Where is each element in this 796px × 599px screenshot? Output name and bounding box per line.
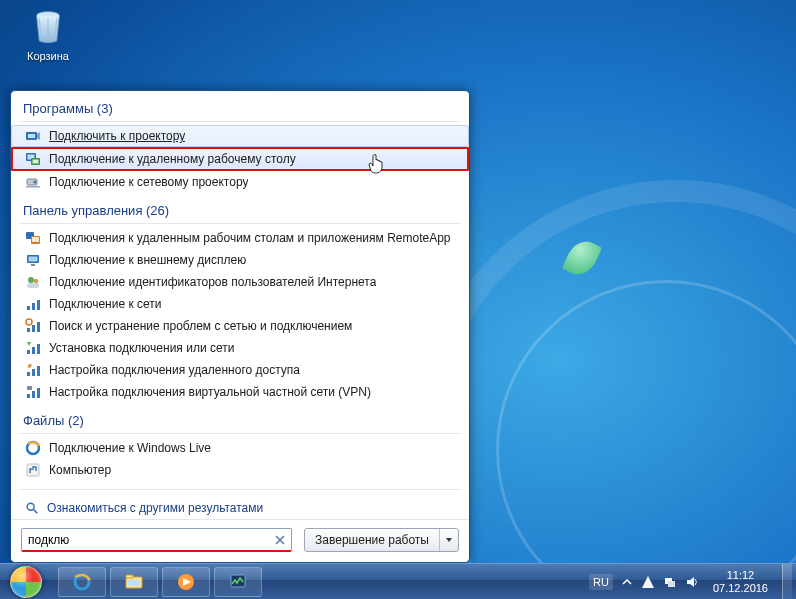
volume-icon[interactable]: [685, 575, 699, 589]
svg-rect-18: [27, 283, 39, 288]
result-dialup-setup[interactable]: Настройка подключения удаленного доступа: [11, 359, 469, 381]
result-computer[interactable]: Компьютер: [11, 459, 469, 481]
svg-rect-43: [128, 580, 140, 586]
start-button[interactable]: [0, 564, 52, 599]
svg-rect-2: [28, 134, 35, 138]
ie-icon: [71, 571, 93, 593]
svg-rect-24: [37, 322, 40, 332]
start-menu-search-panel: Программы (3) Подключить к проектору Под…: [10, 90, 470, 563]
result-label: Компьютер: [49, 463, 111, 477]
divider: [19, 121, 461, 122]
remoteapp-icon: [25, 230, 41, 246]
see-more-results-link[interactable]: Ознакомиться с другими результатами: [11, 493, 469, 519]
action-center-icon[interactable]: [641, 575, 655, 589]
desktop[interactable]: Корзина Программы (3) Подключить к проек…: [0, 0, 796, 599]
result-label: Настройка подключения удаленного доступа: [49, 363, 300, 377]
svg-rect-35: [27, 386, 32, 390]
svg-rect-14: [29, 257, 38, 262]
search-box[interactable]: [21, 528, 292, 552]
svg-point-8: [33, 180, 36, 183]
users-icon: [25, 274, 41, 290]
group-header-files: Файлы (2): [11, 409, 469, 431]
dialup-icon: [25, 362, 41, 378]
result-label: Подключение к внешнему дисплею: [49, 253, 246, 267]
svg-rect-22: [27, 328, 30, 332]
shutdown-options-arrow[interactable]: [440, 533, 458, 547]
troubleshoot-icon: [25, 318, 41, 334]
taskbar-task-manager[interactable]: [214, 567, 262, 597]
svg-rect-34: [37, 388, 40, 398]
see-more-results-label: Ознакомиться с другими результатами: [47, 501, 263, 515]
clock-time: 11:12: [713, 569, 768, 582]
result-remote-desktop-connection[interactable]: Подключение к удаленному рабочему столу: [11, 147, 469, 171]
media-player-icon: [175, 571, 197, 593]
svg-rect-12: [32, 237, 39, 242]
explorer-icon: [123, 571, 145, 593]
network-projector-icon: [25, 174, 41, 190]
svg-point-17: [34, 279, 38, 283]
svg-rect-15: [31, 264, 35, 266]
svg-rect-28: [37, 344, 40, 354]
network-tray-icon[interactable]: [663, 575, 677, 589]
svg-rect-27: [32, 347, 35, 354]
result-label: Установка подключения или сети: [49, 341, 234, 355]
vpn-icon: [25, 384, 41, 400]
search-icon: [25, 501, 39, 515]
svg-line-39: [33, 509, 37, 513]
svg-rect-23: [32, 325, 35, 332]
result-label: Подключение к сети: [49, 297, 161, 311]
taskbar-ie[interactable]: [58, 567, 106, 597]
network-icon: [25, 296, 41, 312]
shutdown-button[interactable]: Завершение работы: [304, 528, 459, 552]
group-header-programs: Программы (3): [11, 97, 469, 119]
search-results: Программы (3) Подключить к проектору Под…: [11, 91, 469, 519]
divider: [19, 489, 461, 490]
result-label: Подключение к Windows Live: [49, 441, 211, 455]
result-remoteapp[interactable]: Подключения к удаленным рабочим столам и…: [11, 227, 469, 249]
result-vpn-setup[interactable]: Настройка подключения виртуальной частно…: [11, 381, 469, 403]
recycle-bin-icon: [27, 6, 69, 48]
result-network-projector[interactable]: Подключение к сетевому проектору: [11, 171, 469, 193]
svg-point-25: [26, 319, 32, 325]
clear-search-icon[interactable]: [273, 533, 287, 547]
ie-icon: [25, 440, 41, 456]
svg-rect-6: [33, 160, 39, 164]
clock-date: 07.12.2016: [713, 582, 768, 595]
search-input[interactable]: [28, 533, 273, 547]
svg-point-16: [28, 277, 34, 283]
taskbar-media-player[interactable]: [162, 567, 210, 597]
shortcut-icon: [25, 462, 41, 478]
shutdown-label[interactable]: Завершение работы: [305, 529, 440, 551]
result-setup-connection[interactable]: Установка подключения или сети: [11, 337, 469, 359]
result-external-display[interactable]: Подключение к внешнему дисплею: [11, 249, 469, 271]
svg-rect-33: [32, 391, 35, 398]
svg-rect-31: [37, 366, 40, 376]
svg-rect-29: [27, 372, 30, 376]
taskbar: RU 11:12 07.12.2016: [0, 563, 796, 599]
svg-rect-30: [32, 369, 35, 376]
windows-orb-icon: [10, 566, 42, 598]
result-label: Поиск и устранение проблем с сетью и под…: [49, 319, 352, 333]
svg-rect-42: [126, 575, 133, 578]
result-label: Подключения к удаленным рабочим столам и…: [49, 231, 451, 245]
projector-icon: [25, 128, 41, 144]
divider: [19, 223, 461, 224]
recycle-bin-desktop-icon[interactable]: Корзина: [18, 6, 78, 62]
taskbar-explorer[interactable]: [110, 567, 158, 597]
result-connect-network[interactable]: Подключение к сети: [11, 293, 469, 315]
taskbar-clock[interactable]: 11:12 07.12.2016: [707, 569, 774, 595]
show-desktop-button[interactable]: [782, 564, 792, 600]
language-indicator[interactable]: RU: [589, 574, 613, 590]
tray-overflow-icon[interactable]: [621, 576, 633, 588]
group-header-control-panel: Панель управления (26): [11, 199, 469, 221]
result-network-troubleshoot[interactable]: Поиск и устранение проблем с сетью и под…: [11, 315, 469, 337]
taskbar-pinned-apps: [52, 564, 262, 599]
divider: [19, 433, 461, 434]
result-windows-live[interactable]: Подключение к Windows Live: [11, 437, 469, 459]
result-internet-identities[interactable]: Подключение идентификаторов пользователе…: [11, 271, 469, 293]
remote-desktop-icon: [25, 151, 41, 167]
svg-rect-9: [26, 186, 40, 188]
setup-network-icon: [25, 340, 41, 356]
result-connect-projector[interactable]: Подключить к проектору: [11, 125, 469, 147]
svg-rect-47: [668, 581, 675, 587]
